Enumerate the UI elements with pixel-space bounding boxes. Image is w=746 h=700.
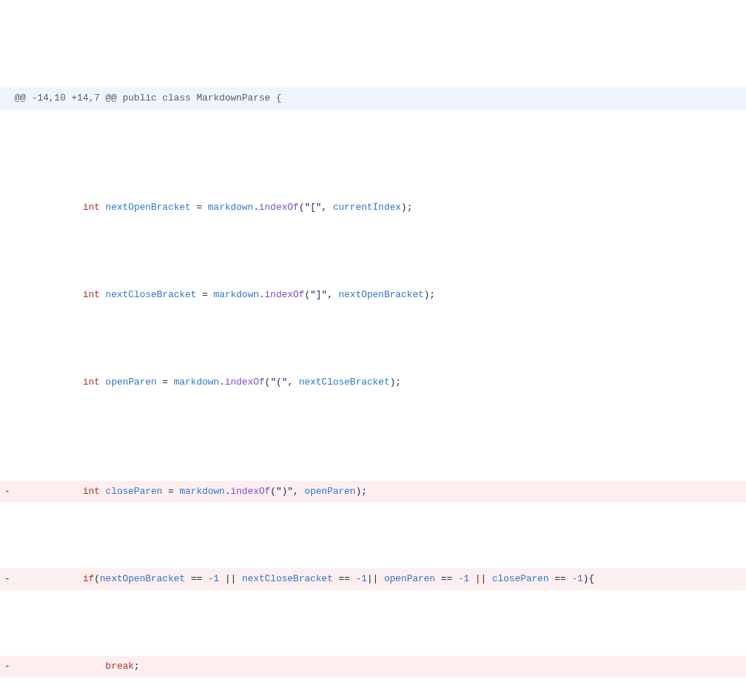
diff-line: int nextCloseBracket = markdown.indexOf(… bbox=[0, 284, 746, 306]
code: if(nextOpenBracket == -1 || nextCloseBra… bbox=[15, 568, 746, 590]
diff-line-deleted: - if(nextOpenBracket == -1 || nextCloseB… bbox=[0, 568, 746, 590]
code: int nextCloseBracket = markdown.indexOf(… bbox=[15, 284, 746, 306]
code: break; bbox=[15, 656, 746, 677]
diff-line-deleted: - break; bbox=[0, 656, 746, 677]
diff-line: int nextOpenBracket = markdown.indexOf("… bbox=[0, 197, 746, 219]
minus-gutter: - bbox=[0, 656, 15, 677]
diff-view: @@ -14,10 +14,7 @@ public class Markdown… bbox=[0, 0, 746, 700]
hunk-header: @@ -14,10 +14,7 @@ public class Markdown… bbox=[0, 87, 746, 109]
gutter bbox=[0, 87, 15, 109]
minus-gutter: - bbox=[0, 481, 15, 503]
code: int nextOpenBracket = markdown.indexOf("… bbox=[15, 197, 746, 219]
code: int closeParen = markdown.indexOf(")", o… bbox=[15, 481, 746, 503]
hunk-text: @@ -14,10 +14,7 @@ public class Markdown… bbox=[15, 87, 746, 109]
code: int openParen = markdown.indexOf("(", ne… bbox=[15, 371, 746, 393]
diff-line: int openParen = markdown.indexOf("(", ne… bbox=[0, 371, 746, 393]
minus-gutter: - bbox=[0, 568, 15, 590]
diff-line-deleted: - int closeParen = markdown.indexOf(")",… bbox=[0, 481, 746, 503]
